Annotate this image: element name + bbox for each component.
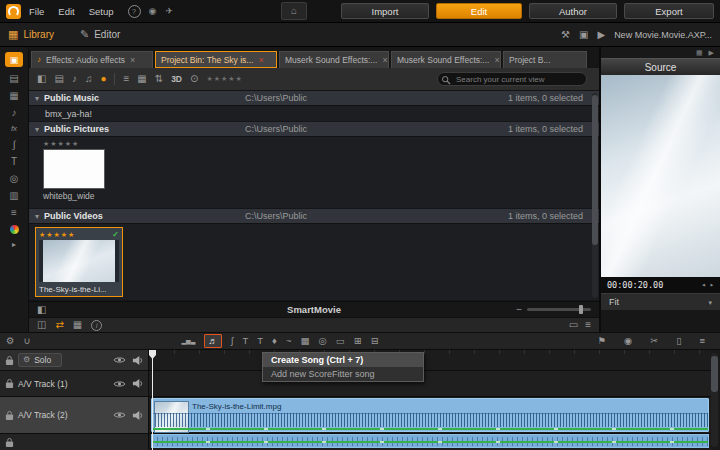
lock-icon[interactable] (5, 410, 14, 421)
rating-stars[interactable]: ★★★★★ (39, 231, 75, 239)
discs-icon[interactable]: ◎ (10, 174, 19, 184)
speaker-mute-icon[interactable] (132, 355, 143, 366)
scrollbar-thumb[interactable] (711, 356, 718, 392)
photos-icon[interactable]: ▦ (9, 91, 18, 101)
record-icon[interactable]: ◉ (624, 336, 632, 346)
preview-grid-icon[interactable]: ▦ (696, 49, 703, 56)
forward-icon[interactable]: ▶ (597, 30, 605, 40)
disc-tool-icon[interactable]: ◎ (318, 336, 326, 346)
chevron-down-icon[interactable]: ▾ (35, 212, 39, 221)
title-tool-icon[interactable]: T (242, 336, 248, 346)
magnet-snap-icon[interactable]: ∪ (24, 336, 31, 346)
eye-visibility-icon[interactable] (113, 380, 126, 388)
audio-clip-strip[interactable] (151, 434, 709, 448)
wave-tool-icon[interactable]: ~ (286, 336, 292, 346)
scenes-icon[interactable]: ◫ (37, 320, 46, 330)
track-lane-av1[interactable] (149, 371, 711, 397)
menu-file[interactable]: File (29, 6, 44, 17)
eye-visibility-icon[interactable] (113, 356, 126, 364)
library-scrollbar[interactable] (592, 93, 598, 298)
3d-toggle[interactable]: 3D (171, 74, 182, 84)
crop-tool-icon[interactable]: ▭ (336, 336, 345, 346)
share-icon[interactable]: ✈ (165, 7, 173, 16)
track-header-av2[interactable]: A/V Track (2) (0, 397, 148, 434)
bin-tab-project-b[interactable]: Project B... (503, 51, 587, 68)
smartmovie-bar[interactable]: ◧ SmartMovie − (29, 301, 599, 317)
lock-icon[interactable] (5, 437, 14, 448)
timecode-value[interactable]: 00:00:20.00 (607, 280, 663, 290)
location-icon[interactable]: ◉ (149, 7, 157, 16)
track-header-partial[interactable] (0, 434, 148, 450)
zoom-out-icon[interactable]: − (516, 305, 522, 315)
clip-volume-line[interactable] (152, 428, 708, 430)
create-song-icon[interactable]: ♬ (204, 334, 222, 348)
razor-scissors-icon[interactable]: ✂ (650, 336, 658, 346)
video-item-card-selected[interactable]: ★★★★★ ✓ The-Sky-is-the-Li... (35, 227, 123, 297)
subtitle-tool-icon[interactable]: T (257, 336, 263, 346)
eye-visibility-icon[interactable] (113, 411, 126, 419)
chevron-down-icon[interactable]: ▾ (35, 125, 39, 134)
sort-icon[interactable]: ⇅ (155, 74, 163, 84)
preview-detach-icon[interactable]: ▶ (709, 49, 714, 56)
camera-icon[interactable]: ⊙ (190, 74, 198, 84)
track-lane-av2[interactable]: The-Sky-is-the-Limit.mpg (149, 397, 711, 434)
videos-icon[interactable]: ▤ (9, 74, 18, 84)
sphere-filter-icon[interactable]: ● (100, 74, 106, 84)
track-lane-solo[interactable] (149, 350, 711, 371)
video-thumbnail[interactable] (39, 240, 119, 282)
video-clip[interactable]: The-Sky-is-the-Limit.mpg (151, 398, 709, 432)
solo-button[interactable]: ⚙ Solo (18, 353, 62, 367)
menu-edit[interactable]: Edit (58, 6, 74, 17)
collapse-arrow-icon[interactable]: ▸ (12, 241, 16, 249)
edit-mode-button[interactable]: Edit (436, 3, 522, 19)
bin-tab-effects[interactable]: ♪ Effects: Audio effects × (31, 51, 153, 68)
fit-dropdown[interactable]: Fit ▾ (601, 293, 720, 310)
grid-view-icon[interactable]: ▦ (137, 74, 146, 84)
scorefitter-icon[interactable]: ∫ (13, 140, 16, 150)
group-header-public-music[interactable]: ▾ Public Music C:\Users\Public 1 items, … (29, 91, 599, 106)
track-lane-audio[interactable] (149, 434, 711, 450)
audio-icon[interactable]: ♪ (12, 108, 17, 118)
speaker-mute-icon[interactable] (132, 410, 143, 421)
list-view-icon[interactable]: ≡ (123, 74, 129, 84)
audio-mixer-icon[interactable]: ▂▅▃ (182, 338, 196, 344)
group-header-public-videos[interactable]: ▾ Public Videos C:\Users\Public 1 items,… (29, 209, 599, 224)
home-button[interactable]: ⌂ (281, 2, 307, 20)
camera-filter-icon[interactable]: ◧ (37, 74, 46, 84)
marker-flag-icon[interactable]: ⚑ (597, 336, 606, 346)
smartmovie-label[interactable]: SmartMovie (287, 304, 341, 315)
wrench-icon[interactable]: ⚒ (561, 30, 570, 40)
bin-tab-muserk-1[interactable]: Muserk Sound Effects:... × (279, 51, 389, 68)
tab-library[interactable]: ▦ Library (8, 29, 54, 40)
tab-editor[interactable]: ✎ Editor (80, 29, 120, 40)
help-icon[interactable]: ? (128, 5, 141, 18)
menu-icon[interactable]: ≡ (585, 320, 591, 330)
slider-thumb[interactable] (579, 305, 583, 314)
track-header-solo[interactable]: ⚙ Solo (0, 350, 148, 371)
smartmovie-panel-icon[interactable]: ◧ (37, 305, 46, 315)
picture-thumbnail[interactable] (43, 149, 105, 189)
keyboard-icon[interactable]: ≡ (11, 208, 17, 218)
close-icon[interactable]: × (258, 55, 263, 65)
view-option-icon[interactable]: ▭ (569, 320, 578, 330)
bin-tab-project-bin[interactable]: Project Bin: The Sky is... × (155, 51, 277, 68)
panels-icon[interactable]: ▣ (579, 30, 588, 40)
bin-tab-muserk-2[interactable]: Muserk Sound Effects:... × (391, 51, 501, 68)
voiceover-icon[interactable]: ♦ (272, 336, 277, 346)
close-icon[interactable]: × (130, 55, 135, 65)
effects-icon[interactable]: fx (11, 125, 17, 133)
step-forward-icon[interactable]: ▸ (710, 282, 714, 289)
step-back-icon[interactable]: ◂ (702, 282, 706, 289)
video-filter-icon[interactable]: ▤ (54, 74, 63, 84)
lock-icon[interactable] (5, 378, 14, 389)
close-icon[interactable]: × (494, 55, 499, 65)
rating-stars[interactable]: ★★★★★ (43, 140, 599, 148)
timeline-settings-gear-icon[interactable]: ⚙ (6, 336, 15, 346)
picture-item-card[interactable]: ★★★★★ whitebg_wide (29, 137, 599, 209)
track-header-av1[interactable]: A/V Track (1) (0, 371, 148, 397)
remove-track-icon[interactable]: ⊟ (371, 336, 379, 346)
speaker-mute-icon[interactable] (132, 378, 143, 389)
lock-icon[interactable] (5, 355, 14, 366)
trash-icon[interactable]: ▯ (676, 336, 681, 346)
more-menu-icon[interactable]: ≡ (699, 336, 705, 346)
